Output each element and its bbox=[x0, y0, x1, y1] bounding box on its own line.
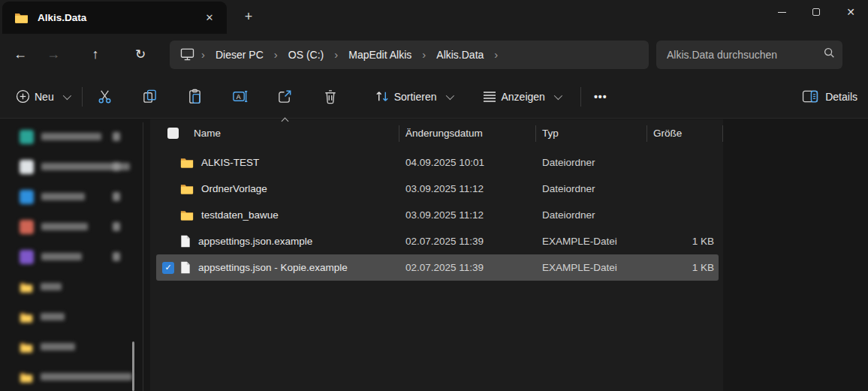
file-row[interactable]: ✓appsettings.json - Kopie.example02.07.2… bbox=[156, 254, 719, 281]
sidebar-item-label bbox=[41, 373, 132, 380]
details-pane-icon bbox=[802, 90, 818, 103]
file-date-modified: 03.09.2025 11:12 bbox=[399, 183, 536, 194]
sidebar-item-folder[interactable] bbox=[20, 275, 140, 298]
file-name: OrdnerVorlage bbox=[201, 183, 267, 194]
folder-icon bbox=[14, 12, 29, 23]
sidebar-item-label bbox=[41, 133, 101, 140]
minimize-button[interactable] bbox=[764, 0, 799, 24]
sort-button[interactable]: Sortieren bbox=[368, 83, 459, 111]
column-header-typ[interactable]: Typ bbox=[536, 125, 647, 142]
column-header-label: Änderungsdatum bbox=[405, 128, 483, 139]
tab-close-button[interactable]: ✕ bbox=[200, 8, 219, 28]
folder-icon bbox=[180, 157, 194, 168]
maximize-button[interactable] bbox=[799, 0, 833, 24]
delete-button[interactable] bbox=[314, 83, 347, 111]
pin-icon bbox=[113, 252, 120, 261]
pin-icon bbox=[113, 192, 120, 201]
file-row[interactable]: appsettings.json.example02.07.2025 11:39… bbox=[156, 228, 719, 254]
forward-button[interactable]: → bbox=[41, 42, 66, 68]
breadcrumb-item[interactable]: OS (C:) bbox=[281, 46, 331, 64]
refresh-button[interactable]: ↻ bbox=[128, 42, 153, 68]
address-bar[interactable]: ›Dieser PC›OS (C:)›MapEdit Alkis›Alkis.D… bbox=[170, 41, 649, 69]
file-name: appsettings.json - Kopie.example bbox=[198, 262, 348, 273]
sidebar-item-folder[interactable] bbox=[20, 335, 140, 358]
folder-icon bbox=[180, 183, 194, 194]
new-button-label: Neu bbox=[35, 91, 54, 103]
delete-icon bbox=[323, 89, 338, 104]
file-name-cell: OrdnerVorlage bbox=[156, 183, 399, 194]
app-icon bbox=[20, 190, 34, 204]
cut-icon bbox=[97, 89, 113, 104]
column-header-label: Name bbox=[194, 128, 221, 139]
sidebar-item-pinned[interactable] bbox=[20, 125, 132, 148]
file-row[interactable]: OrdnerVorlage03.09.2025 11:12Dateiordner bbox=[156, 176, 719, 202]
toolbar-separator bbox=[580, 87, 581, 107]
column-header-nderungsdatum[interactable]: Änderungsdatum bbox=[399, 125, 536, 142]
breadcrumb-item[interactable]: MapEdit Alkis bbox=[341, 46, 419, 64]
explorer-window: Alkis.Data ✕ + ✕ ← → ↑ ↻ ›Dieser PC›OS (… bbox=[0, 0, 868, 391]
folder-icon bbox=[20, 341, 33, 353]
app-icon bbox=[20, 160, 34, 174]
chevron-down-icon bbox=[62, 91, 71, 99]
row-checkbox-checked[interactable]: ✓ bbox=[162, 262, 174, 274]
new-button[interactable]: Neu bbox=[9, 83, 76, 111]
breadcrumb-item[interactable]: Alkis.Data bbox=[429, 46, 491, 64]
file-name-cell: ✓appsettings.json - Kopie.example bbox=[156, 261, 399, 274]
command-toolbar: Neu bbox=[0, 75, 868, 119]
rename-button[interactable]: A bbox=[224, 83, 257, 111]
file-date-modified: 02.07.2025 11:39 bbox=[399, 262, 536, 273]
window-controls: ✕ bbox=[764, 0, 868, 24]
chevron-down-icon bbox=[554, 91, 562, 99]
sidebar-item-pinned[interactable] bbox=[20, 155, 132, 178]
search-input[interactable]: Alkis.Data durchsuchen bbox=[667, 49, 824, 61]
sort-button-label: Sortieren bbox=[394, 91, 437, 103]
more-options-button[interactable]: ••• bbox=[587, 83, 614, 111]
up-button[interactable]: ↑ bbox=[83, 42, 108, 68]
file-icon bbox=[180, 235, 191, 248]
column-header-label: Typ bbox=[542, 128, 559, 139]
pin-icon bbox=[113, 132, 120, 141]
paste-button[interactable] bbox=[179, 83, 212, 111]
select-all-checkbox[interactable] bbox=[167, 128, 179, 139]
app-icon bbox=[20, 130, 34, 144]
sidebar-item-pinned[interactable] bbox=[20, 185, 132, 208]
content-area: NameÄnderungsdatumTypGröße ALKIS-TEST04.… bbox=[0, 119, 868, 391]
paste-icon bbox=[187, 89, 203, 104]
sidebar-item-label bbox=[41, 343, 75, 350]
share-button[interactable] bbox=[269, 83, 302, 111]
breadcrumb-chevron-icon: › bbox=[419, 48, 429, 61]
view-list-icon bbox=[482, 90, 497, 103]
folder-icon bbox=[180, 209, 194, 221]
tab-title: Alkis.Data bbox=[38, 12, 200, 23]
sidebar-item-folder[interactable] bbox=[20, 365, 140, 388]
copy-button[interactable] bbox=[134, 83, 167, 111]
details-pane-button[interactable]: Details bbox=[802, 90, 857, 103]
column-header-name[interactable]: Name bbox=[150, 125, 399, 142]
file-row[interactable]: ALKIS-TEST04.09.2025 10:01Dateiordner bbox=[156, 149, 719, 176]
search-box[interactable]: Alkis.Data durchsuchen bbox=[656, 41, 842, 69]
back-button[interactable]: ← bbox=[8, 42, 33, 68]
file-type: EXAMPLE-Datei bbox=[536, 262, 647, 273]
minimize-icon bbox=[778, 12, 786, 13]
close-button[interactable]: ✕ bbox=[833, 0, 868, 24]
details-pane-label: Details bbox=[825, 91, 857, 103]
file-name: ALKIS-TEST bbox=[201, 157, 259, 168]
file-name-cell: testdaten_bawue bbox=[156, 209, 399, 221]
pin-icon bbox=[113, 222, 120, 231]
sidebar-item-folder[interactable] bbox=[20, 305, 140, 328]
column-header-gre[interactable]: Größe bbox=[647, 125, 723, 142]
breadcrumb-item[interactable]: Dieser PC bbox=[208, 46, 271, 64]
sort-icon bbox=[375, 89, 390, 104]
file-type: EXAMPLE-Datei bbox=[536, 236, 647, 247]
sidebar-item-label bbox=[41, 223, 88, 230]
tab-alkis-data[interactable]: Alkis.Data ✕ bbox=[2, 2, 227, 34]
sidebar-item-pinned[interactable] bbox=[20, 245, 132, 268]
column-header-row: NameÄnderungsdatumTypGröße bbox=[150, 119, 723, 147]
new-tab-button[interactable]: + bbox=[237, 6, 260, 27]
pane-divider[interactable] bbox=[143, 122, 143, 391]
sidebar-item-pinned[interactable] bbox=[20, 215, 132, 238]
file-row[interactable]: testdaten_bawue03.09.2025 11:12Dateiordn… bbox=[156, 202, 719, 228]
view-button[interactable]: Anzeigen bbox=[475, 83, 567, 111]
cut-button[interactable] bbox=[89, 83, 122, 111]
file-size: 1 KB bbox=[647, 236, 719, 247]
